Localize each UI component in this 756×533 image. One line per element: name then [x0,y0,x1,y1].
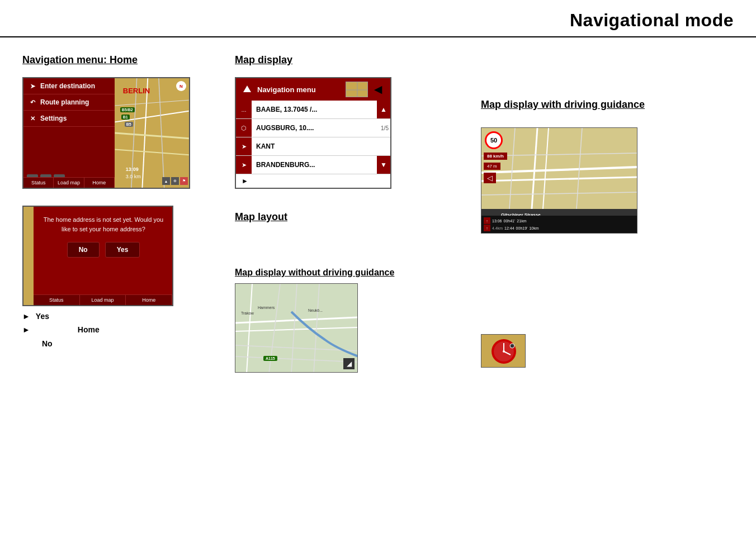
nav-menu-header: Navigation menu ◄ [236,78,390,101]
map-layout-title: Map layout [235,211,470,223]
svg-line-6 [115,100,188,106]
nav-row-kant[interactable]: ➤ KANT [236,137,390,156]
svg-line-3 [115,149,188,155]
nav-menu-screenshot: Navigation menu ◄ ... BAABE, 13.7045 /..… [235,77,391,189]
nav-home-title: Navigation menu: Home [22,54,235,66]
nav-row-augsburg[interactable]: ⬡ AUGSBURG, 10.... 1/5 [236,119,390,137]
home-action-label: Home [78,325,100,334]
road-badge-b1: B1 [121,115,130,120]
settings-icon: ✕ [28,114,37,123]
no-guidance-map-svg: Trakow Hammers Neukö... [235,284,358,373]
page-number: 1/5 [379,125,390,131]
svg-line-4 [159,78,164,188]
destination-icon: ➤ [28,82,37,91]
map-icon-2: ⊕ [171,177,179,185]
dialog-status[interactable]: Status [34,295,80,305]
ng-map-background: Trakow Hammers Neukö... A115 ◢ [235,284,357,372]
distance-display: 3.0 km [126,174,141,179]
left-column: Navigation menu: Home ➤ Enter destinatio… [22,49,235,373]
route-distance-1: 21km [517,219,526,223]
route-distance-2: 10km [529,226,538,230]
bullet-home-row: ► Home [22,325,235,334]
map-layout-section: Map layout [235,211,470,223]
enter-destination-label: Enter destination [40,82,95,90]
right-column: Map display with driving guidance [470,49,734,373]
scroll-up-btn[interactable]: ▲ [377,101,390,118]
scroll-down-btn[interactable]: ▼ [377,156,390,174]
svg-line-2 [115,133,188,139]
nav-menu-icon [242,84,253,95]
speed-limit-value: 50 [490,137,497,144]
route-row-2: ↑ 4.4km 12:44 00h19' 10km [484,225,635,231]
svg-text:Trakow: Trakow [241,311,254,315]
no-action-row: No [39,339,235,349]
nav-row-baabe[interactable]: ... BAABE, 13.7045 /... ▲ [236,101,390,119]
map-thumb-section [481,334,734,370]
turn-direction-icon: ◁ [484,173,496,183]
route-time-2: 12:44 [504,226,514,230]
more-arrow-icon: ► [242,177,248,185]
arrow-right-icon: ◄ [371,82,385,97]
map-icon-1: ▲ [162,177,170,185]
dialog-home[interactable]: Home [126,295,172,305]
nav-row-brandenburg[interactable]: ➤ BRANDENBURG... ▼ [236,156,390,174]
main-content: Navigation menu: Home ➤ Enter destinatio… [0,43,756,378]
home-btn[interactable]: Home [84,178,115,188]
no-action-label: No [42,339,53,348]
row-icon-2: ⬡ [236,119,252,137]
svg-point-39 [503,350,505,353]
driving-guidance-section: Map display with driving guidance [481,99,734,234]
menu-item-route-planning[interactable]: ↶ Route planning [23,94,115,111]
city-label: BERLIN [123,87,150,95]
nav-more-button[interactable]: ► [236,174,390,188]
status-btn[interactable]: Status [23,178,54,188]
yes-button[interactable]: Yes [105,242,140,258]
map-thumbnail [346,82,368,97]
home-dialog-content: The home address is not set yet. Would y… [35,207,172,266]
menu-items-panel: ➤ Enter destination ↶ Route planning ✕ S… [23,78,115,188]
route-duration-1: 00h41' [504,219,516,223]
route-icon-1: ↑ [484,217,490,224]
highway-badge: A115 [263,356,277,361]
route-icon: ↶ [28,98,37,107]
home-dialog-text: The home address is not set yet. Would y… [40,215,167,234]
dialog-bottom-bar: Status Load map Home [34,294,172,305]
load-map-btn[interactable]: Load map [54,178,84,188]
home-dialog-buttons: No Yes [40,242,167,258]
small-map-svg [481,335,526,368]
map-display-title: Map display [235,54,470,66]
no-guidance-screenshot: Trakow Hammers Neukö... A115 ◢ [235,283,358,373]
route-info-bar: ↑ 13:06 00h41' 21km ↑ 4.4km 12:44 00h19'… [481,216,637,233]
home-dialog-section: The home address is not set yet. Would y… [22,206,235,349]
compass: N [176,81,186,91]
row-text-kant: KANT [252,140,390,153]
route-duration-2: 00h19' [516,226,528,230]
road-badge-b5b2: B5/B2 [120,107,135,112]
route-time-1: 13:06 [492,219,502,223]
row-text-baabe: BAABE, 13.7045 /... [252,103,377,116]
home-dialog-screenshot: The home address is not set yet. Would y… [22,206,173,306]
menu-item-settings[interactable]: ✕ Settings [23,111,115,127]
route-planning-label: Route planning [40,98,89,106]
dialog-load-map[interactable]: Load map [80,295,126,305]
route-row-1: ↑ 13:06 00h41' 21km [484,217,635,224]
page-header: Navigational mode [0,0,756,37]
bullet-arrow-2: ► [22,325,30,334]
without-guidance-section: Map display without driving guidance [235,268,470,373]
row-icon-4: ➤ [236,156,252,174]
home-dialog-map-strip [23,207,34,305]
row-icon-1: ... [236,101,252,118]
row-text-augsburg: AUGSBURG, 10.... [252,122,379,134]
no-button[interactable]: No [67,242,100,258]
row-icon-3: ➤ [236,137,252,155]
nav-menu-header-label: Navigation menu [257,85,316,94]
driving-guidance-screenshot: Gitschiner Strasse 50 88 km/h 47 m ◁ ↑ 1… [481,127,637,234]
menu-item-enter-destination[interactable]: ➤ Enter destination [23,78,115,94]
road-badge-b5: B5 [125,122,133,127]
mid-column: Map display Navigation menu ◄ ... BAABE,… [235,49,470,373]
map-background: BERLIN B5/B2 B1 B5 N 13:09 3.0 km ▲ ⊕ ⚑ [115,78,189,188]
settings-label: Settings [40,115,67,122]
current-speed-display: 88 km/h [484,153,507,160]
bottom-bar: Status Load map Home [23,177,115,188]
nav-home-screenshot: ➤ Enter destination ↶ Route planning ✕ S… [22,77,190,189]
